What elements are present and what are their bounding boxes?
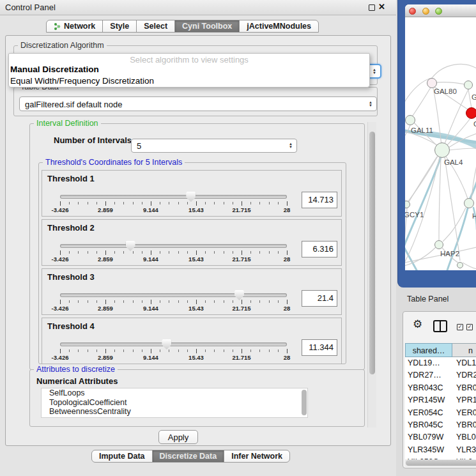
tab-label: jActiveMNodules bbox=[247, 22, 311, 31]
tab-infer-network[interactable]: Infer Network bbox=[224, 450, 290, 463]
tab-impute-data[interactable]: Impute Data bbox=[91, 450, 153, 463]
network-view-frame: GAL80GACGAL11GAL4GCY1HHAP2 bbox=[397, 0, 476, 288]
network-canvas[interactable]: GAL80GACGAL11GAL4GCY1HHAP2 bbox=[405, 17, 476, 270]
attribute-item-betweennesscentrality[interactable]: BetweennessCentrality bbox=[42, 407, 307, 417]
network-node-c[interactable] bbox=[466, 107, 476, 119]
table-horizontal-scrollbar[interactable] bbox=[405, 459, 476, 467]
attributes-scrollbar[interactable] bbox=[302, 390, 307, 415]
attributes-to-discretize-title: Attributes to discretize bbox=[34, 365, 118, 374]
network-node-hap2[interactable] bbox=[434, 240, 443, 249]
close-traffic-light-icon[interactable] bbox=[409, 8, 416, 15]
slider-track[interactable] bbox=[60, 293, 287, 297]
scrollbar-thumb[interactable] bbox=[369, 132, 375, 374]
tick-label: 21.715 bbox=[232, 305, 250, 312]
tick-label: -3.426 bbox=[52, 206, 69, 213]
threshold-1-box: Threshold 1-3.4262.8599.14415.4321.71528… bbox=[42, 170, 342, 217]
cell-name: YBR0 bbox=[456, 420, 476, 429]
network-node-gal11[interactable] bbox=[405, 115, 415, 125]
cell-shared-name: YBR045C bbox=[408, 420, 443, 429]
zoom-traffic-light-icon[interactable] bbox=[435, 8, 442, 15]
network-node-gal4[interactable] bbox=[434, 142, 450, 158]
tick-label: 15.43 bbox=[188, 256, 204, 263]
slider-track[interactable] bbox=[60, 195, 287, 199]
table-data-combobox[interactable]: galFiltered.sif default node ▲▼ bbox=[19, 96, 377, 111]
tab-style[interactable]: Style bbox=[102, 20, 137, 33]
slider-thumb[interactable] bbox=[234, 290, 244, 300]
scrollbar-thumb[interactable] bbox=[406, 460, 476, 466]
table-data-combo-value: galFiltered.sif default node bbox=[25, 99, 122, 109]
tick-label: 28 bbox=[284, 354, 291, 361]
tick-label: 9.144 bbox=[143, 256, 158, 263]
table-panel-card: ⚙ ✓ ✓ shared… n YDL19…YDL1YDR27…YDR2YBR0… bbox=[403, 311, 476, 468]
slider-thumb[interactable] bbox=[162, 339, 171, 349]
checkbox-icon[interactable]: ✓ bbox=[466, 324, 473, 330]
tab-network[interactable]: Network bbox=[46, 20, 103, 33]
cell-name: YDR2 bbox=[456, 371, 476, 380]
table-row[interactable]: YDL19…YDL1 bbox=[405, 357, 476, 369]
control-panel-titlebar: Control Panel ✕ bbox=[0, 0, 396, 15]
attribute-item-selfloops[interactable]: SelfLoops bbox=[42, 388, 307, 398]
dropdown-option-manual-discretization[interactable]: Manual Discretization bbox=[10, 65, 99, 74]
slider-thumb[interactable] bbox=[126, 241, 135, 251]
threshold-value-field[interactable]: 11.344 bbox=[302, 339, 337, 356]
tick-label: 15.43 bbox=[188, 305, 204, 312]
table-row[interactable]: YPR145WYPR1 bbox=[405, 394, 476, 406]
cell-name: YDL1 bbox=[456, 358, 476, 367]
dropdown-option-equal-width-frequency[interactable]: Equal Width/Frequency Discretization bbox=[10, 76, 154, 86]
network-node-h[interactable] bbox=[464, 198, 474, 208]
tab-label: Cyni Toolbox bbox=[182, 22, 232, 31]
table-data-group: Table Data galFiltered.sif default node … bbox=[13, 87, 378, 116]
close-icon[interactable]: ✕ bbox=[378, 2, 385, 12]
table-row[interactable]: YBR045CYBR0 bbox=[405, 419, 476, 431]
interval-definition-title: Interval Definition bbox=[34, 119, 101, 128]
float-window-icon[interactable] bbox=[369, 4, 375, 11]
network-icon bbox=[54, 22, 61, 31]
interval-definition-group: Interval Definition Number of Intervals … bbox=[29, 123, 365, 370]
tab-select[interactable]: Select bbox=[136, 20, 175, 33]
slider-track[interactable] bbox=[60, 244, 287, 248]
cell-name: YER0 bbox=[456, 408, 476, 417]
numerical-attributes-label: Numerical Attributes bbox=[36, 376, 118, 386]
network-node[interactable] bbox=[457, 262, 463, 268]
tab-cyni-toolbox[interactable]: Cyni Toolbox bbox=[174, 20, 240, 33]
minimize-traffic-light-icon[interactable] bbox=[422, 8, 429, 15]
algorithm-dropdown-popup: Select algorithm to view settings Manual… bbox=[8, 53, 370, 88]
checkbox-icon[interactable]: ✓ bbox=[457, 324, 463, 330]
threshold-value-field[interactable]: 14.713 bbox=[302, 192, 337, 208]
threshold-value-field[interactable]: 21.4 bbox=[302, 290, 337, 307]
column-header-name[interactable]: n bbox=[452, 343, 476, 357]
tick-label: -3.426 bbox=[52, 354, 69, 361]
slider-thumb[interactable] bbox=[186, 192, 196, 202]
split-columns-icon[interactable] bbox=[433, 320, 447, 332]
cell-shared-name: YBR043C bbox=[408, 383, 443, 392]
apply-button[interactable]: Apply bbox=[158, 430, 198, 444]
node-label: GAL80 bbox=[434, 88, 457, 95]
tab-jactivemnodules[interactable]: jActiveMNodules bbox=[239, 20, 319, 33]
table-row[interactable]: YDR27…YDR2 bbox=[405, 369, 476, 381]
panel-vertical-scrollbar[interactable] bbox=[367, 122, 376, 427]
cell-name: YLR3 bbox=[456, 445, 476, 454]
table-row[interactable]: YBR043CYBR0 bbox=[405, 382, 476, 394]
discretization-algorithm-title: Discretization Algorithm bbox=[18, 41, 107, 50]
tick-label: 28 bbox=[284, 206, 291, 213]
tick-label: 9.144 bbox=[143, 305, 158, 312]
slider-tick-labels: -3.4262.8599.14415.4321.71528 bbox=[60, 354, 288, 362]
gear-icon[interactable]: ⚙ bbox=[413, 318, 422, 331]
network-node-gal80[interactable] bbox=[427, 78, 437, 88]
tab-discretize-data[interactable]: Discretize Data bbox=[152, 450, 225, 463]
table-row[interactable]: YLR345WYLR3 bbox=[405, 444, 476, 456]
tab-label: Style bbox=[110, 22, 129, 31]
number-of-intervals-combobox[interactable]: 5 ▲▼ bbox=[131, 139, 297, 153]
threshold-label: Threshold 2 bbox=[47, 223, 95, 233]
node-label: C bbox=[473, 120, 476, 128]
column-header-shared-name[interactable]: shared… bbox=[405, 343, 452, 357]
table-row[interactable]: YBL079WYBL0 bbox=[405, 431, 476, 443]
table-row[interactable]: YER054CYER0 bbox=[405, 407, 476, 419]
node-label: H bbox=[472, 212, 476, 220]
threshold-value-field[interactable]: 6.316 bbox=[302, 241, 337, 257]
attribute-item-topologicalcoefficient[interactable]: TopologicalCoefficient bbox=[42, 398, 307, 408]
slider-ticks bbox=[60, 349, 288, 353]
settings-scroll-viewport: Interval Definition Number of Intervals … bbox=[10, 118, 366, 428]
network-node-ga[interactable] bbox=[464, 81, 473, 89]
slider-track[interactable] bbox=[60, 342, 287, 346]
